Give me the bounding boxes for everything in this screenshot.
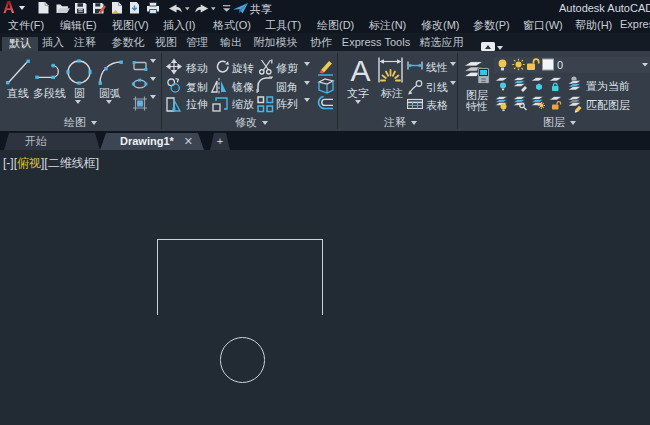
svg-text:0: 0: [557, 59, 563, 71]
